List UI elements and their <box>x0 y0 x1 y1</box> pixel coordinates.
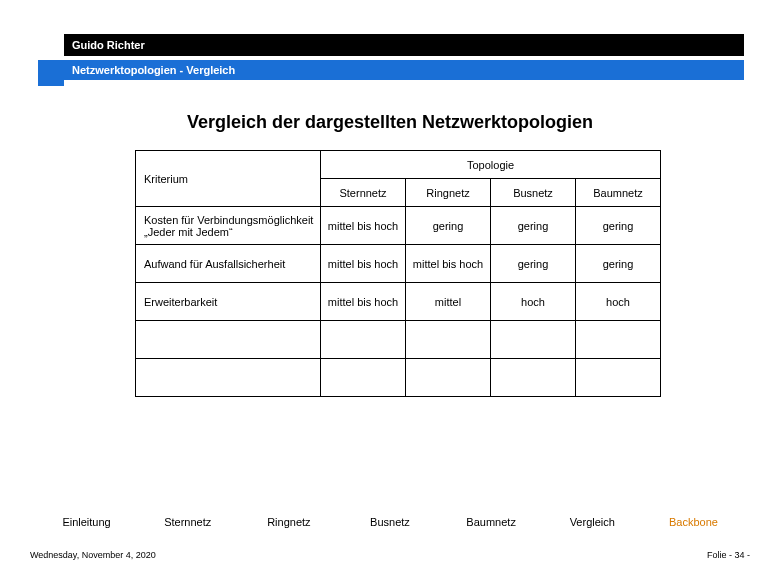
comparison-table-wrap: Kriterium Topologie Sternnetz Ringnetz B… <box>135 150 660 397</box>
table-row-empty <box>136 321 661 359</box>
criterion-cell: Aufwand für Ausfallsicherheit <box>136 245 321 283</box>
empty-cell <box>321 321 406 359</box>
value-cell: gering <box>491 245 576 283</box>
header-subtitle-bar: Netzwerktopologien - Vergleich <box>64 60 744 80</box>
table-row: Kosten für Verbindungsmöglichkeit „Jeder… <box>136 207 661 245</box>
footer: Wednesday, November 4, 2020 Folie - 34 - <box>30 550 750 560</box>
nav-busnetz[interactable]: Busnetz <box>339 516 440 528</box>
criterion-cell: Erweiterbarkeit <box>136 283 321 321</box>
header-author-bar: Guido Richter <box>64 34 744 56</box>
nav-baumnetz[interactable]: Baumnetz <box>441 516 542 528</box>
empty-cell <box>576 321 661 359</box>
col-ringnetz: Ringnetz <box>406 179 491 207</box>
empty-cell <box>136 321 321 359</box>
empty-cell <box>136 359 321 397</box>
comparison-table: Kriterium Topologie Sternnetz Ringnetz B… <box>135 150 661 397</box>
value-cell: mittel bis hoch <box>406 245 491 283</box>
criterion-cell: Kosten für Verbindungsmöglichkeit „Jeder… <box>136 207 321 245</box>
value-cell: mittel <box>406 283 491 321</box>
col-busnetz: Busnetz <box>491 179 576 207</box>
empty-cell <box>406 359 491 397</box>
value-cell: gering <box>406 207 491 245</box>
empty-cell <box>406 321 491 359</box>
header-author: Guido Richter <box>72 39 145 51</box>
table-row: Erweiterbarkeit mittel bis hoch mittel h… <box>136 283 661 321</box>
empty-cell <box>321 359 406 397</box>
nav-bar: Einleitung Sternnetz Ringnetz Busnetz Ba… <box>36 516 744 528</box>
value-cell: gering <box>576 207 661 245</box>
empty-cell <box>491 359 576 397</box>
nav-ringnetz[interactable]: Ringnetz <box>238 516 339 528</box>
empty-cell <box>576 359 661 397</box>
slide-title: Vergleich der dargestellten Netzwerktopo… <box>0 112 780 133</box>
footer-date: Wednesday, November 4, 2020 <box>30 550 156 560</box>
nav-einleitung[interactable]: Einleitung <box>36 516 137 528</box>
value-cell: hoch <box>491 283 576 321</box>
footer-page: Folie - 34 - <box>707 550 750 560</box>
value-cell: mittel bis hoch <box>321 245 406 283</box>
header-accent-square <box>38 60 64 86</box>
nav-vergleich[interactable]: Vergleich <box>542 516 643 528</box>
table-row: Aufwand für Ausfallsicherheit mittel bis… <box>136 245 661 283</box>
criterion-header: Kriterium <box>136 151 321 207</box>
value-cell: hoch <box>576 283 661 321</box>
col-sternnetz: Sternnetz <box>321 179 406 207</box>
header-subtitle: Netzwerktopologien - Vergleich <box>72 64 235 76</box>
value-cell: mittel bis hoch <box>321 283 406 321</box>
col-baumnetz: Baumnetz <box>576 179 661 207</box>
topology-header: Topologie <box>321 151 661 179</box>
nav-sternnetz[interactable]: Sternnetz <box>137 516 238 528</box>
empty-cell <box>491 321 576 359</box>
nav-backbone[interactable]: Backbone <box>643 516 744 528</box>
table-row-empty <box>136 359 661 397</box>
value-cell: gering <box>576 245 661 283</box>
value-cell: gering <box>491 207 576 245</box>
value-cell: mittel bis hoch <box>321 207 406 245</box>
